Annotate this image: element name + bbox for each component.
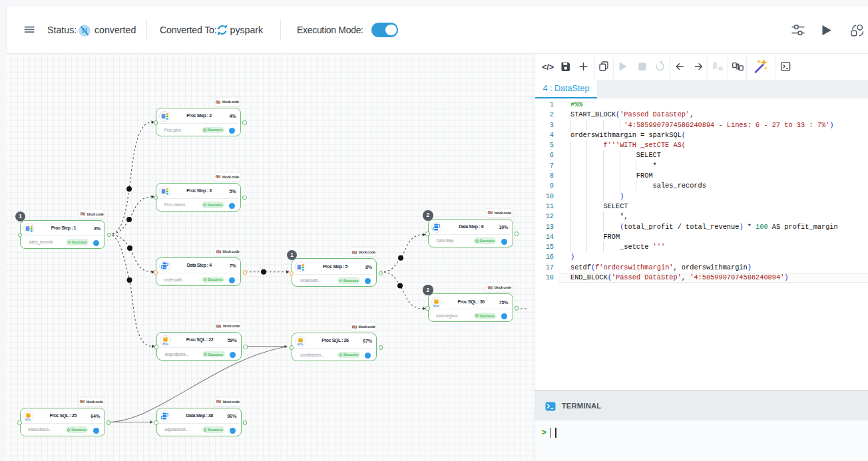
svg-text:SQL: SQL [433,303,439,306]
svg-text:SQL: SQL [25,418,31,420]
svg-text:SQL: SQL [162,342,168,345]
svg-text:</>: </> [542,63,554,72]
svg-text:SQL: SQL [298,343,304,345]
